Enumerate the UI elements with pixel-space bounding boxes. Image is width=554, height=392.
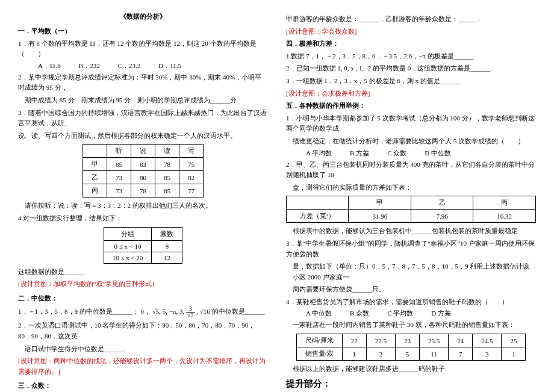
opt-b: B．232 [79, 61, 100, 70]
q4-line-a: 4.对一组数据实行整理，结果如下： [18, 213, 268, 224]
table-row: 10 ≤ x < 20 12 [104, 252, 182, 263]
section-2-head: 二．中位数： [18, 293, 268, 304]
opt-c: C 平均数 [387, 309, 413, 318]
q5-3c: 周内需要环保方便袋______只。 [286, 284, 536, 295]
opt-d: D 中位数 [425, 149, 451, 158]
opt-c: C．23.2 [118, 61, 141, 70]
q5-3b: 量，数据如下（单位：只）6，5，7，8，7，5，8，10，5，9 利用上述数据估… [286, 261, 536, 282]
opt-a: A 平均数 [306, 149, 332, 158]
section-3-head: 三．众数： [18, 381, 268, 391]
table-row: 0 ≤ x < 10 8 [104, 240, 182, 252]
table-row: 乙 73 80 85 82 [83, 171, 204, 184]
r1: 甲群游客的年龄众数是：______，乙群游客的年龄众数是：______. [286, 14, 536, 25]
section-4-head: 四．极差和方差： [286, 39, 536, 49]
q4-1: 1.数据 7，1，－2，3，5，8，0，－3.5，2.6，−π 的极差是____… [286, 51, 536, 62]
opt-a: A 中位数 [306, 309, 332, 318]
q1-text: 1．有 8 个数的平均数是 11，还有 12 个数的平均数是 12，则这 20 … [18, 39, 268, 60]
section-6-head: 提升部分： [286, 376, 536, 391]
q4-line-b: 这组数据的数是______ [18, 267, 268, 278]
table-freq: 分组 频数 0 ≤ x < 10 8 10 ≤ x < 20 12 [104, 227, 183, 264]
main-title: 《数据的分析》 [18, 12, 268, 21]
q3-line-a: 3．随着中国综合国力的持续增强，汉语言教学在国际上越来越热门，为此出台了汉语言平… [18, 108, 268, 129]
q5-2c: 根据表中的数据，能够认为三台包装机中______包装机包装的茶叶质量最稳定 [286, 226, 536, 237]
design-note-2: [设计意图：两种中位数的找法，还能够设计多一两个，先设计为不需排序，再设计为需要… [18, 356, 268, 377]
q4-3: 3．一组数据 1，2，3，x，5 的极差是 6，则 x 的值是______ [286, 76, 536, 87]
table-row: 甲 乙 丙 [287, 196, 536, 210]
q2-line-b: 期中成绩为 85 分，期末成绩为 95 分，则小明的学期总评成绩为______分 [18, 95, 268, 106]
q5-1b: 绩谁更稳定，在做统计分析时，老师需要比较这两个人 5 次数学成绩的（ ） [286, 136, 536, 147]
q5-2a: 2．甲、乙、丙三台包装机同时分装质量为 400 克的茶叶，从它们各自分装的茶叶中… [286, 160, 536, 181]
table-row: 听 说 读 写 [83, 145, 204, 158]
q-median-2b: 语口试中学生得分中位数是______. [18, 344, 268, 355]
q5-1a: 1．小明与小华本学期都参加了 5 次数学考试（总分都为 100 分），数学老师想… [286, 113, 536, 134]
design-note-4: [设计意图：会求极差和方差] [286, 89, 536, 99]
design-note-3: [设计意图：学会找众数] [286, 26, 536, 37]
table-row: 分组 频数 [104, 227, 182, 240]
q4-2: 2．已知一组数据 1, 0, x , 1, -2 的平均数是 0，这组数据的方差… [286, 63, 536, 74]
section-5-head: 五．各种数据的作用举例： [286, 101, 536, 111]
q5-1-options: A 平均数 B 方差 C 众数 D 中位数 [286, 149, 536, 158]
opt-b: B 众数 [350, 309, 369, 318]
table-scores: 听 说 读 写 甲 85 83 78 75 乙 73 80 85 82 丙 [82, 144, 204, 198]
q3-line-c: 请你按听：说：读：写＝3：3：2：2 的权排出他们三人的名次。 [18, 201, 268, 211]
q5-4b: 一家鞋店在一段时间内销售了某种鞋子 30 双，各种尺码鞋的销售量如下表： [286, 320, 536, 331]
q5-2b: 盒，测得它们的实际质量的方差如下表： [286, 182, 536, 193]
design-note-1: [设计意图：加权平均数的“权”常见的三种形式] [18, 279, 268, 290]
table-variance: 甲 乙 丙 方差（克²） 31.96 7.96 16.32 [286, 196, 536, 223]
q3-line-b: 说、读、写四个方面测试，然后根据各部分的权来确定一个人的汉语水平。 [18, 131, 268, 142]
q5-4c: 根据以上的数据，能够建议鞋店多进______码的鞋子 [286, 364, 536, 375]
opt-d: D．11.5 [158, 61, 181, 70]
section-1-head: 一．平均数（一） [18, 26, 268, 37]
opt-b: B 方差 [350, 149, 369, 158]
q1-options: A．11.6 B．232 C．23.2 D．11.5 [18, 61, 268, 70]
q5-3a: 3．某“中学生暑假环保小组”的同学，随机调查了“幸福小区”10 户家庭一周内使用… [286, 238, 536, 260]
table-row: 丙 73 78 85 77 [83, 184, 204, 198]
table-row: 尺码/厘米 22 22.5 23 23.5 24 24.5 25 [296, 334, 526, 347]
table-row: 甲 85 83 78 75 [83, 158, 204, 171]
q5-4-options: A 中位数 B 众数 C 平均数 D 方差 [286, 309, 536, 318]
opt-d: D 方差 [431, 309, 451, 318]
q-median-1: 1．－1，3，5，8，9 的中位数是______； 0， √5, 5, −π, … [18, 306, 268, 319]
opt-c: C 众数 [387, 149, 406, 158]
q5-4a: 4．某鞋柜售货员为了解市场的需求，需要知道所销售的鞋子码数的（ ） [286, 297, 536, 308]
q2-line-a: 2．某中学规定学期总评成绩评定标准为：平时 30%，期中 30%，期末 40%，… [18, 72, 268, 93]
fraction-icon: 3√2 [186, 306, 195, 319]
table-row: 销售量/双 1 2 5 11 7 3 1 [296, 347, 526, 361]
q-median-2a: 2．一次英语口语测试中，10 名学生的得分如下：90，50，80，70，80，7… [18, 320, 268, 341]
table-row: 方差（克²） 31.96 7.96 16.32 [287, 210, 536, 223]
opt-a: A．11.6 [38, 61, 61, 70]
table-shoes: 尺码/厘米 22 22.5 23 23.5 24 24.5 25 销售量/双 1… [296, 334, 526, 361]
